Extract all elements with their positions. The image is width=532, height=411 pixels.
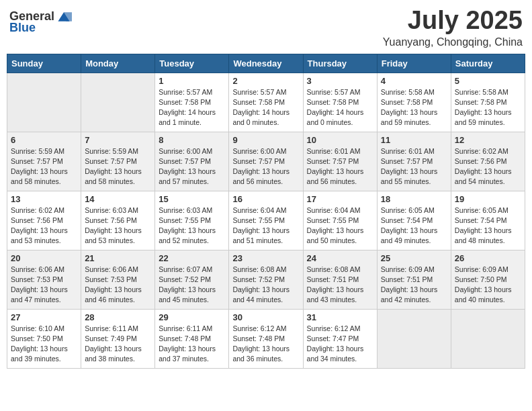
day-info: Sunrise: 6:11 AMSunset: 7:48 PMDaylight:… (159, 324, 225, 365)
calendar-cell: 3Sunrise: 5:57 AMSunset: 7:58 PMDaylight… (303, 73, 377, 132)
calendar-table: SundayMondayTuesdayWednesdayThursdayFrid… (7, 54, 525, 369)
calendar-cell: 29Sunrise: 6:11 AMSunset: 7:48 PMDayligh… (155, 309, 229, 368)
calendar-cell: 8Sunrise: 6:00 AMSunset: 7:57 PMDaylight… (155, 132, 229, 191)
logo: General Blue (9, 9, 72, 35)
calendar-cell: 10Sunrise: 6:01 AMSunset: 7:57 PMDayligh… (303, 132, 377, 191)
logo-icon (56, 11, 72, 23)
day-number: 6 (11, 135, 77, 145)
calendar-week-row: 6Sunrise: 5:59 AMSunset: 7:57 PMDaylight… (7, 132, 525, 191)
calendar-cell: 4Sunrise: 5:58 AMSunset: 7:58 PMDaylight… (377, 73, 451, 132)
day-number: 17 (307, 194, 373, 204)
day-info: Sunrise: 6:08 AMSunset: 7:52 PMDaylight:… (232, 265, 299, 306)
day-number: 4 (381, 76, 447, 86)
weekday-header-wednesday: Wednesday (229, 54, 303, 73)
calendar-cell: 18Sunrise: 6:05 AMSunset: 7:54 PMDayligh… (377, 191, 451, 250)
calendar-cell: 22Sunrise: 6:07 AMSunset: 7:52 PMDayligh… (155, 250, 229, 309)
day-info: Sunrise: 6:08 AMSunset: 7:51 PMDaylight:… (307, 265, 373, 306)
day-number: 10 (307, 135, 373, 145)
day-info: Sunrise: 6:02 AMSunset: 7:56 PMDaylight:… (455, 146, 521, 187)
day-info: Sunrise: 5:59 AMSunset: 7:57 PMDaylight:… (11, 146, 77, 187)
day-number: 25 (381, 253, 447, 263)
calendar-cell: 30Sunrise: 6:12 AMSunset: 7:48 PMDayligh… (229, 309, 303, 368)
calendar-cell: 13Sunrise: 6:02 AMSunset: 7:56 PMDayligh… (7, 191, 81, 250)
day-number: 14 (85, 194, 151, 204)
day-number: 2 (232, 76, 299, 86)
weekday-header-row: SundayMondayTuesdayWednesdayThursdayFrid… (7, 54, 525, 73)
calendar-cell: 5Sunrise: 5:58 AMSunset: 7:58 PMDaylight… (451, 73, 525, 132)
calendar-cell: 11Sunrise: 6:01 AMSunset: 7:57 PMDayligh… (377, 132, 451, 191)
day-number: 24 (307, 253, 373, 263)
calendar-cell: 20Sunrise: 6:06 AMSunset: 7:53 PMDayligh… (7, 250, 81, 309)
day-info: Sunrise: 5:57 AMSunset: 7:58 PMDaylight:… (232, 87, 299, 128)
calendar-cell: 12Sunrise: 6:02 AMSunset: 7:56 PMDayligh… (451, 132, 525, 191)
location-title: Yuanyang, Chongqing, China (383, 36, 523, 48)
calendar-cell (451, 309, 525, 368)
weekday-header-saturday: Saturday (451, 54, 525, 73)
day-number: 31 (307, 312, 373, 322)
calendar-cell: 1Sunrise: 5:57 AMSunset: 7:58 PMDaylight… (155, 73, 229, 132)
calendar-cell: 6Sunrise: 5:59 AMSunset: 7:57 PMDaylight… (7, 132, 81, 191)
calendar-cell: 25Sunrise: 6:09 AMSunset: 7:51 PMDayligh… (377, 250, 451, 309)
weekday-header-monday: Monday (81, 54, 155, 73)
calendar-cell: 21Sunrise: 6:06 AMSunset: 7:53 PMDayligh… (81, 250, 155, 309)
day-info: Sunrise: 5:58 AMSunset: 7:58 PMDaylight:… (455, 87, 521, 128)
calendar-cell: 27Sunrise: 6:10 AMSunset: 7:50 PMDayligh… (7, 309, 81, 368)
day-info: Sunrise: 6:00 AMSunset: 7:57 PMDaylight:… (159, 146, 225, 187)
calendar-week-row: 27Sunrise: 6:10 AMSunset: 7:50 PMDayligh… (7, 309, 525, 368)
day-number: 23 (232, 253, 299, 263)
calendar-cell: 17Sunrise: 6:04 AMSunset: 7:55 PMDayligh… (303, 191, 377, 250)
day-number: 1 (159, 76, 225, 86)
day-number: 12 (455, 135, 521, 145)
calendar-week-row: 1Sunrise: 5:57 AMSunset: 7:58 PMDaylight… (7, 73, 525, 132)
day-number: 19 (455, 194, 521, 204)
day-info: Sunrise: 6:05 AMSunset: 7:54 PMDaylight:… (455, 205, 521, 246)
day-number: 3 (307, 76, 373, 86)
day-number: 21 (85, 253, 151, 263)
day-number: 15 (159, 194, 225, 204)
day-info: Sunrise: 6:11 AMSunset: 7:49 PMDaylight:… (85, 324, 151, 365)
title-area: July 2025 Yuanyang, Chongqing, China (383, 7, 523, 48)
day-info: Sunrise: 6:12 AMSunset: 7:47 PMDaylight:… (307, 324, 373, 365)
calendar-cell (81, 73, 155, 132)
day-number: 20 (11, 253, 77, 263)
day-info: Sunrise: 6:03 AMSunset: 7:56 PMDaylight:… (85, 205, 151, 246)
weekday-header-sunday: Sunday (7, 54, 81, 73)
day-info: Sunrise: 6:05 AMSunset: 7:54 PMDaylight:… (381, 205, 447, 246)
day-info: Sunrise: 6:07 AMSunset: 7:52 PMDaylight:… (159, 265, 225, 306)
calendar-cell (7, 73, 81, 132)
calendar-cell: 19Sunrise: 6:05 AMSunset: 7:54 PMDayligh… (451, 191, 525, 250)
weekday-header-friday: Friday (377, 54, 451, 73)
day-info: Sunrise: 5:58 AMSunset: 7:58 PMDaylight:… (381, 87, 447, 128)
day-info: Sunrise: 6:02 AMSunset: 7:56 PMDaylight:… (11, 205, 77, 246)
day-info: Sunrise: 6:10 AMSunset: 7:50 PMDaylight:… (11, 324, 77, 365)
calendar-cell: 16Sunrise: 6:04 AMSunset: 7:55 PMDayligh… (229, 191, 303, 250)
day-number: 26 (455, 253, 521, 263)
weekday-header-tuesday: Tuesday (155, 54, 229, 73)
day-number: 22 (159, 253, 225, 263)
day-number: 30 (232, 312, 299, 322)
day-number: 8 (159, 135, 225, 145)
calendar-cell: 26Sunrise: 6:09 AMSunset: 7:50 PMDayligh… (451, 250, 525, 309)
calendar-cell (377, 309, 451, 368)
day-number: 18 (381, 194, 447, 204)
day-number: 13 (11, 194, 77, 204)
calendar-cell: 28Sunrise: 6:11 AMSunset: 7:49 PMDayligh… (81, 309, 155, 368)
day-info: Sunrise: 5:57 AMSunset: 7:58 PMDaylight:… (307, 87, 373, 128)
month-title: July 2025 (383, 7, 523, 35)
day-info: Sunrise: 6:09 AMSunset: 7:50 PMDaylight:… (455, 265, 521, 306)
calendar-cell: 14Sunrise: 6:03 AMSunset: 7:56 PMDayligh… (81, 191, 155, 250)
day-number: 16 (232, 194, 299, 204)
day-info: Sunrise: 6:01 AMSunset: 7:57 PMDaylight:… (381, 146, 447, 187)
day-number: 11 (381, 135, 447, 145)
day-info: Sunrise: 6:12 AMSunset: 7:48 PMDaylight:… (232, 324, 299, 365)
weekday-header-thursday: Thursday (303, 54, 377, 73)
day-info: Sunrise: 6:06 AMSunset: 7:53 PMDaylight:… (85, 265, 151, 306)
calendar-week-row: 13Sunrise: 6:02 AMSunset: 7:56 PMDayligh… (7, 191, 525, 250)
calendar-cell: 2Sunrise: 5:57 AMSunset: 7:58 PMDaylight… (229, 73, 303, 132)
day-info: Sunrise: 6:03 AMSunset: 7:55 PMDaylight:… (159, 205, 225, 246)
day-info: Sunrise: 6:04 AMSunset: 7:55 PMDaylight:… (232, 205, 299, 246)
calendar-cell: 9Sunrise: 6:00 AMSunset: 7:57 PMDaylight… (229, 132, 303, 191)
day-info: Sunrise: 6:04 AMSunset: 7:55 PMDaylight:… (307, 205, 373, 246)
day-info: Sunrise: 5:57 AMSunset: 7:58 PMDaylight:… (159, 87, 225, 128)
day-info: Sunrise: 6:00 AMSunset: 7:57 PMDaylight:… (232, 146, 299, 187)
